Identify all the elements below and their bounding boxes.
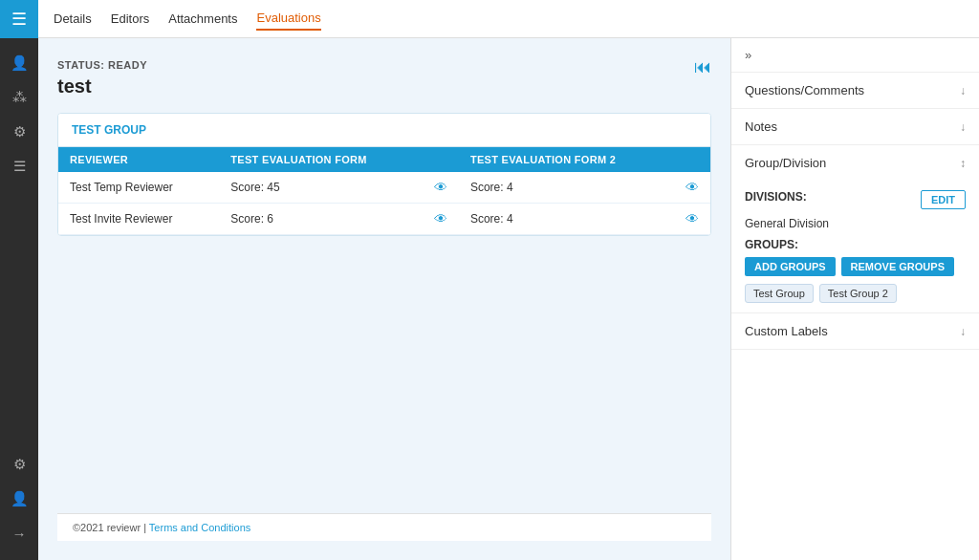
left-sidebar: ☰ 👤 ⁂ ⚙ ☰ ⚙ 👤 → bbox=[0, 0, 38, 560]
form1-score-2: Score: 6 bbox=[219, 204, 423, 235]
main-panel: STATUS: READY ⏮ test TEST GROUP REVIEWER… bbox=[38, 38, 730, 560]
sidebar-bottom-profile[interactable]: 👤 bbox=[0, 482, 38, 516]
tab-details[interactable]: Details bbox=[54, 8, 92, 30]
divisions-label: DIVISIONS: bbox=[745, 190, 807, 204]
sidebar-icon-list[interactable]: ☰ bbox=[0, 149, 38, 183]
rp-section-custom-labels: Custom Labels ↓ bbox=[731, 313, 979, 350]
eye-icon-2a[interactable]: 👁 bbox=[434, 211, 447, 226]
add-groups-button[interactable]: ADD GROUPS bbox=[745, 257, 836, 276]
col-form2: TEST EVALUATION FORM 2 bbox=[459, 147, 674, 172]
tab-editors[interactable]: Editors bbox=[111, 8, 149, 30]
col-reviewer: REVIEWER bbox=[58, 147, 219, 172]
footer-link[interactable]: Terms and Conditions bbox=[149, 522, 250, 533]
group-tag-2: Test Group 2 bbox=[819, 284, 897, 303]
table-row: Test Temp Reviewer Score: 45 👁 Score: 4 … bbox=[58, 172, 710, 204]
rp-section-questions: Questions/Comments ↓ bbox=[731, 73, 979, 109]
top-nav: Details Editors Attachments Evaluations bbox=[38, 0, 979, 38]
rp-section-notes: Notes ↓ bbox=[731, 109, 979, 145]
main-area: Details Editors Attachments Evaluations … bbox=[38, 0, 979, 560]
col-eye2 bbox=[674, 147, 710, 172]
user-icon: 👤 bbox=[11, 54, 29, 72]
list-icon: ☰ bbox=[13, 158, 26, 175]
reviewer-name-1: Test Temp Reviewer bbox=[58, 172, 219, 204]
doc-title: test bbox=[57, 75, 711, 97]
sidebar-icon-grid[interactable]: ⁂ bbox=[0, 80, 38, 115]
rp-section-notes-header[interactable]: Notes ↓ bbox=[731, 109, 979, 144]
expand-arrows-icon[interactable]: » bbox=[745, 48, 751, 62]
col-eye1 bbox=[423, 147, 459, 172]
profile-icon: 👤 bbox=[11, 490, 29, 507]
settings-icon: ⚙ bbox=[13, 123, 26, 140]
rp-section-group-division-header[interactable]: Group/Division ↕ bbox=[731, 145, 979, 181]
sidebar-logo[interactable]: ☰ bbox=[0, 0, 38, 38]
right-panel-header: » bbox=[731, 38, 979, 73]
groups-buttons-row: ADD GROUPS REMOVE GROUPS bbox=[745, 257, 966, 276]
form1-score-1: Score: 45 bbox=[219, 172, 423, 204]
group-tag-1: Test Group bbox=[745, 284, 814, 303]
sidebar-bottom-settings[interactable]: ⚙ bbox=[0, 447, 38, 482]
division-name: General Division bbox=[745, 217, 966, 230]
grid-icon: ⁂ bbox=[12, 89, 27, 106]
questions-label: Questions/Comments bbox=[745, 83, 864, 97]
rewind-button[interactable]: ⏮ bbox=[694, 57, 711, 77]
notes-chevron-icon: ↓ bbox=[960, 120, 966, 134]
custom-labels-chevron-icon: ↓ bbox=[960, 325, 966, 338]
col-form1: TEST EVALUATION FORM bbox=[219, 147, 423, 172]
groups-label: GROUPS: bbox=[745, 238, 966, 251]
eye-icon-1b[interactable]: 👁 bbox=[685, 180, 699, 195]
logout-icon: → bbox=[12, 526, 27, 542]
custom-labels-label: Custom Labels bbox=[745, 324, 828, 338]
edit-button[interactable]: EDIT bbox=[921, 190, 966, 209]
sidebar-bottom-logout[interactable]: → bbox=[0, 516, 38, 550]
group-division-chevron-icon: ↕ bbox=[960, 157, 966, 170]
eye-icon-2b[interactable]: 👁 bbox=[685, 211, 699, 226]
sidebar-icon-user[interactable]: 👤 bbox=[0, 46, 38, 80]
questions-chevron-icon: ↓ bbox=[960, 84, 966, 97]
group-tags: Test Group Test Group 2 bbox=[745, 284, 966, 303]
group-division-label: Group/Division bbox=[745, 156, 826, 170]
group-division-body: DIVISIONS: EDIT General Division GROUPS:… bbox=[731, 181, 979, 312]
footer: ©2021 reviewr | Terms and Conditions bbox=[57, 513, 711, 541]
rp-section-group-division: Group/Division ↕ DIVISIONS: EDIT General… bbox=[731, 145, 979, 313]
footer-text: ©2021 reviewr | bbox=[73, 522, 149, 533]
tab-evaluations[interactable]: Evaluations bbox=[256, 7, 320, 31]
group-card: TEST GROUP REVIEWER TEST EVALUATION FORM… bbox=[57, 113, 711, 236]
rp-section-custom-labels-header[interactable]: Custom Labels ↓ bbox=[731, 313, 979, 349]
content-area: STATUS: READY ⏮ test TEST GROUP REVIEWER… bbox=[38, 38, 979, 560]
form2-score-1: Score: 4 bbox=[459, 172, 674, 204]
settings-bottom-icon: ⚙ bbox=[13, 456, 26, 473]
logo-icon: ☰ bbox=[11, 9, 27, 30]
tab-attachments[interactable]: Attachments bbox=[168, 8, 237, 30]
remove-groups-button[interactable]: REMOVE GROUPS bbox=[841, 257, 954, 276]
table-row: Test Invite Reviewer Score: 6 👁 Score: 4… bbox=[58, 204, 710, 235]
form2-score-2: Score: 4 bbox=[459, 204, 674, 235]
right-panel: » Questions/Comments ↓ Notes ↓ Group/Di bbox=[730, 38, 979, 560]
eval-table: REVIEWER TEST EVALUATION FORM TEST EVALU… bbox=[58, 147, 710, 235]
rp-section-questions-header[interactable]: Questions/Comments ↓ bbox=[731, 73, 979, 108]
eye-icon-1a[interactable]: 👁 bbox=[434, 180, 447, 195]
notes-label: Notes bbox=[745, 119, 777, 134]
sidebar-icon-settings[interactable]: ⚙ bbox=[0, 115, 38, 149]
status-label: STATUS: READY bbox=[57, 59, 147, 71]
group-card-header: TEST GROUP bbox=[58, 114, 710, 147]
reviewer-name-2: Test Invite Reviewer bbox=[58, 204, 219, 235]
